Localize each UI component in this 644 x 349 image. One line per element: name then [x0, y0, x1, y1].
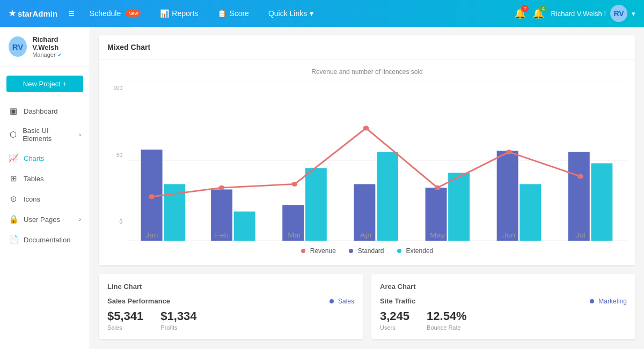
- revenue-dot-jun: [506, 150, 512, 154]
- main-layout: RV Richard V.Welsh Manager ✔ New Project…: [0, 27, 644, 349]
- nav-right: 🔔 7 🔔 4 Richard V.Welsh ! RV ▾: [514, 5, 635, 22]
- sidebar-item-basic-ui[interactable]: ⬡ Basic UI Elements ›: [0, 121, 90, 148]
- user-pages-icon: 🔒: [9, 214, 18, 224]
- bar-mar-extended: [305, 168, 327, 241]
- brand-logo: ★ starAdmin: [9, 9, 57, 18]
- area-legend-dot: [590, 299, 594, 303]
- x-label-apr: Apr: [360, 232, 372, 240]
- nav-left: ★ starAdmin ≡ Schedule New 📊 Reports 📋 S…: [9, 6, 318, 20]
- charts-icon: 📈: [9, 153, 18, 163]
- icons-icon: ⊙: [9, 194, 18, 204]
- revenue-dot-may: [435, 185, 441, 190]
- revenue-dot-mar: [292, 182, 298, 187]
- area-chart-stats: 3,245 Users 12.54% Bounce Rate: [380, 309, 627, 331]
- legend-dot-standard: [349, 249, 353, 253]
- chevron-right-icon-2: ›: [79, 216, 81, 222]
- y-label-0: 0: [119, 219, 122, 225]
- content-area: Mixed Chart Revenue and number of lincen…: [90, 27, 644, 349]
- username-label: Richard V.Welsh !: [551, 10, 606, 18]
- bar-apr-extended: [377, 152, 398, 241]
- sidebar-avatar: RV: [9, 36, 27, 57]
- chart-legend: Revenue Standard Extended: [107, 241, 627, 257]
- x-label-jul: Jul: [575, 232, 586, 240]
- documentation-icon: 📄: [9, 235, 18, 244]
- x-label-may: May: [430, 232, 445, 240]
- legend-dot-revenue: [301, 249, 305, 253]
- stat-profits: $1,334 Profits: [160, 309, 196, 331]
- y-label-50: 50: [116, 152, 122, 158]
- chevron-down-icon: ▾: [310, 9, 313, 18]
- sidebar-user-role: Manager ✔: [32, 51, 81, 58]
- revenue-dot-jul: [577, 174, 583, 179]
- line-chart-card: Line Chart Sales Performance Sales $5,34…: [99, 274, 363, 339]
- bottom-cards-row: Line Chart Sales Performance Sales $5,34…: [99, 274, 635, 339]
- verified-icon: ✔: [57, 52, 62, 58]
- line-legend-dot: [330, 299, 334, 303]
- bar-jul-extended: [591, 164, 612, 241]
- x-label-feb: Feb: [215, 232, 228, 240]
- sidebar-item-dashboard[interactable]: ▣ Dashboard: [0, 101, 90, 121]
- y-label-100: 100: [113, 85, 122, 91]
- line-chart-title: Line Chart: [107, 283, 354, 291]
- sidebar-username: Richard V.Welsh: [32, 35, 81, 51]
- area-chart-card: Area Chart Site Traffic Marketing 3,245 …: [371, 274, 635, 339]
- mixed-chart-container: Revenue and number of lincences sold 100…: [107, 68, 627, 257]
- mixed-chart-body: Revenue and number of lincences sold 100…: [99, 60, 635, 265]
- legend-extended: Extended: [397, 247, 434, 255]
- stat-users: 3,245 Users: [380, 309, 409, 331]
- sidebar-item-icons[interactable]: ⊙ Icons: [0, 189, 90, 209]
- x-label-jan: Jan: [145, 232, 158, 240]
- line-chart-stats: $5,341 Sales $1,334 Profits: [107, 309, 354, 331]
- stat-sales: $5,341 Sales: [107, 309, 143, 331]
- dashboard-icon: ▣: [9, 106, 18, 116]
- legend-dot-extended: [397, 249, 401, 253]
- hamburger-menu[interactable]: ≡: [68, 8, 75, 20]
- sidebar-item-tables[interactable]: ⊞ Tables: [0, 168, 90, 189]
- mixed-chart-subtitle: Revenue and number of lincences sold: [107, 68, 627, 76]
- user-avatar: RV: [610, 5, 627, 22]
- x-label-mar: Mar: [288, 232, 302, 240]
- chart-plot-area: Jan Feb Mar Apr May Jun Jul Number of Sa…: [127, 80, 627, 241]
- sidebar-item-charts[interactable]: 📈 Charts: [0, 148, 90, 168]
- user-chevron-icon: ▾: [632, 10, 635, 18]
- tables-icon: ⊞: [9, 174, 18, 183]
- bar-jul-standard: [568, 152, 590, 241]
- notification-count-1: 7: [521, 5, 529, 12]
- mixed-chart-card: Mixed Chart Revenue and number of lincen…: [99, 35, 635, 265]
- new-project-button[interactable]: New Project +: [6, 76, 83, 92]
- area-chart-subtitle: Site Traffic: [380, 297, 415, 305]
- revenue-dot-jan: [149, 194, 155, 199]
- mixed-chart-title: Mixed Chart: [99, 35, 635, 60]
- line-chart-legend: Sales: [330, 298, 354, 305]
- nav-quicklinks[interactable]: Quick Links ▾: [264, 6, 318, 20]
- sidebar-item-user-pages[interactable]: 🔒 User Pages ›: [0, 209, 90, 229]
- bar-jun-standard: [497, 151, 518, 241]
- stat-bounce: 12.54% Bounce Rate: [427, 309, 467, 331]
- nav-score[interactable]: 📋 Score: [213, 6, 253, 20]
- basic-ui-icon: ⬡: [9, 130, 17, 139]
- sidebar-item-documentation[interactable]: 📄 Documentation: [0, 229, 90, 250]
- area-chart-legend: Marketing: [590, 298, 627, 305]
- mixed-chart-svg: Jan Feb Mar Apr May Jun Jul Number of Sa…: [127, 80, 627, 241]
- notification-count-2: 4: [539, 5, 547, 12]
- line-chart-subtitle: Sales Performance: [107, 297, 170, 305]
- revenue-dot-apr: [363, 126, 369, 131]
- legend-revenue: Revenue: [301, 247, 336, 255]
- top-navigation: ★ starAdmin ≡ Schedule New 📊 Reports 📋 S…: [0, 0, 644, 27]
- new-badge: New: [126, 10, 141, 17]
- bar-may-extended: [448, 173, 470, 241]
- notification-bell-1[interactable]: 🔔 7: [514, 8, 526, 19]
- nav-reports[interactable]: 📊 Reports: [156, 6, 202, 20]
- chevron-right-icon: ›: [79, 131, 81, 138]
- bar-jun-extended: [519, 184, 541, 241]
- sidebar-user-section: RV Richard V.Welsh Manager ✔: [0, 35, 90, 67]
- notification-bell-2[interactable]: 🔔 4: [532, 8, 544, 19]
- legend-standard: Standard: [349, 247, 384, 255]
- bar-feb-extended: [234, 212, 255, 241]
- x-label-jun: Jun: [503, 232, 516, 240]
- revenue-dot-feb: [219, 185, 225, 190]
- sidebar: RV Richard V.Welsh Manager ✔ New Project…: [0, 27, 90, 349]
- nav-schedule[interactable]: Schedule New: [85, 6, 145, 20]
- area-chart-title: Area Chart: [380, 283, 627, 291]
- user-menu[interactable]: Richard V.Welsh ! RV ▾: [551, 5, 635, 22]
